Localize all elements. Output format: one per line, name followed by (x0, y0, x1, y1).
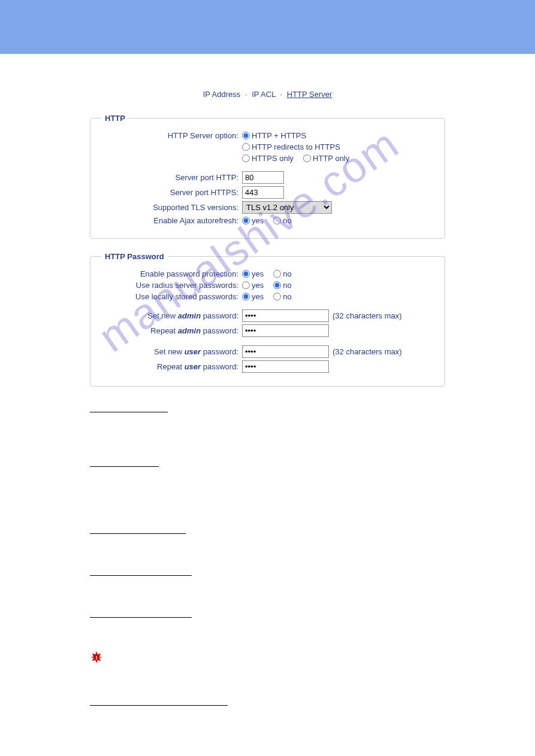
radio-http-https-label: HTTP + HTTPS (252, 131, 306, 140)
enable-pw-label: Enable password protection: (101, 269, 242, 278)
tls-label: Supported TLS versions: (101, 203, 242, 212)
user-new-pw-input[interactable] (242, 345, 329, 358)
http-server-option-label: HTTP Server option: (101, 131, 242, 140)
port-https-input[interactable] (242, 186, 284, 199)
radio-http-only-input[interactable] (303, 154, 311, 162)
ajax-yes[interactable]: yes (242, 216, 264, 225)
ajax-no[interactable]: no (273, 216, 291, 225)
enable-pw-no-input[interactable] (273, 270, 281, 278)
radio-redirect-https-input[interactable] (242, 143, 250, 151)
radio-http-https[interactable]: HTTP + HTTPS (242, 131, 306, 140)
local-pw-no[interactable]: no (273, 292, 291, 301)
radio-https-only-input[interactable] (242, 154, 250, 162)
enable-pw-yes[interactable]: yes (242, 269, 264, 278)
http-fieldset: HTTP HTTP Server option: HTTP + HTTPS HT… (90, 114, 445, 239)
radio-redirect-https[interactable]: HTTP redirects to HTTPS (242, 142, 340, 151)
admin-rep-pw-label: Repeat admin password: (101, 326, 242, 335)
svg-text:!: ! (95, 655, 97, 661)
local-pw-no-input[interactable] (273, 293, 281, 300)
radius-pw-yes[interactable]: yes (242, 281, 264, 290)
admin-new-pw-input[interactable] (242, 309, 329, 322)
port-https-label: Server port HTTPS: (101, 188, 242, 197)
ajax-yes-label: yes (252, 216, 264, 225)
tls-select[interactable]: TLS v1.2 only (242, 201, 332, 214)
radio-http-only[interactable]: HTTP only (303, 154, 349, 163)
alert-icon: ! (90, 651, 103, 667)
radius-pw-no[interactable]: no (273, 281, 291, 290)
http-password-legend: HTTP Password (101, 252, 168, 261)
enable-pw-no[interactable]: no (273, 269, 291, 278)
local-pw-yes[interactable]: yes (242, 292, 264, 301)
http-legend: HTTP (101, 114, 129, 123)
max-hint: (32 characters max) (333, 311, 402, 320)
ajax-no-input[interactable] (273, 217, 281, 224)
port-http-label: Server port HTTP: (101, 173, 242, 182)
tab-sep: · (245, 90, 247, 99)
radio-https-only-label: HTTPS only (252, 154, 294, 163)
radius-pw-no-input[interactable] (273, 281, 281, 289)
ajax-yes-input[interactable] (242, 217, 250, 224)
content-area: IP Address · IP ACL · HTTP Server HTTP H… (0, 54, 535, 756)
tab-sep: · (280, 90, 283, 99)
ajax-label: Enable Ajax autorefresh: (101, 216, 242, 225)
user-rep-pw-label: Repeat user password: (101, 362, 242, 371)
tab-bar: IP Address · IP ACL · HTTP Server (90, 90, 445, 99)
tab-ip-acl[interactable]: IP ACL (252, 90, 276, 99)
radio-http-https-input[interactable] (242, 132, 250, 139)
tab-ip-address[interactable]: IP Address (203, 90, 241, 99)
radio-http-only-label: HTTP only (313, 154, 349, 163)
admin-new-pw-label: Set new admin password: (101, 311, 242, 320)
http-password-fieldset: HTTP Password Enable password protection… (90, 252, 445, 387)
user-new-pw-label: Set new user password: (101, 347, 242, 356)
radio-redirect-https-label: HTTP redirects to HTTPS (252, 142, 340, 151)
local-pw-yes-input[interactable] (242, 293, 250, 300)
doc-text-area: ! (90, 403, 445, 756)
top-banner (0, 0, 535, 54)
tab-http-server[interactable]: HTTP Server (287, 90, 333, 99)
local-pw-label: Use locally stored passwords: (101, 292, 242, 301)
max-hint: (32 characters max) (333, 347, 402, 356)
radio-https-only[interactable]: HTTPS only (242, 154, 294, 163)
user-rep-pw-input[interactable] (242, 360, 329, 373)
enable-pw-yes-input[interactable] (242, 270, 250, 278)
radius-pw-yes-input[interactable] (242, 281, 250, 289)
port-http-input[interactable] (242, 171, 284, 184)
admin-rep-pw-input[interactable] (242, 324, 329, 337)
radius-pw-label: Use radius server passwords: (101, 281, 242, 290)
ajax-no-label: no (283, 216, 291, 225)
